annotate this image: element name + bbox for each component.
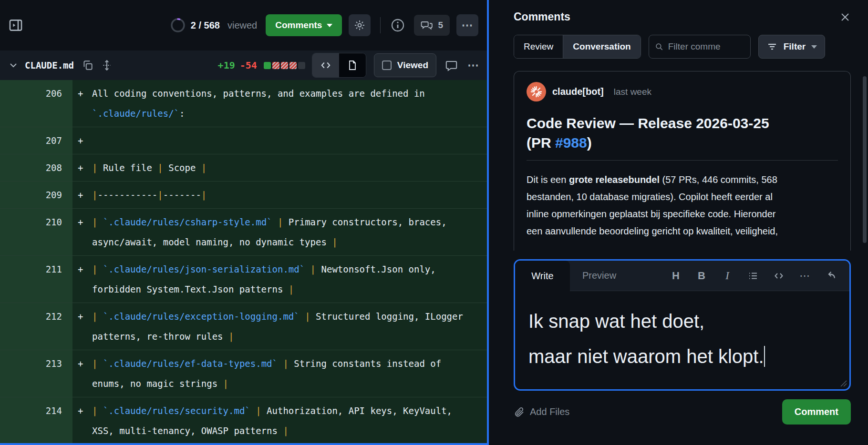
file-name[interactable]: CLAUDE.md [25, 60, 74, 71]
diff-line[interactable]: 214+| `.claude/rules/security.md` | Auth… [0, 397, 487, 443]
comments-panel-header: Comments [514, 0, 851, 23]
diff-line[interactable]: 208+| Rule file | Scope | [0, 154, 487, 181]
diff-line[interactable]: 212+| `.claude/rules/exception-logging.m… [0, 303, 487, 350]
copy-path-button[interactable] [82, 59, 94, 71]
diff-line[interactable]: 210+| `.claude/rules/csharp-style.md` | … [0, 208, 487, 255]
line-number[interactable]: 206 [0, 80, 72, 127]
line-number[interactable]: 208 [0, 154, 72, 181]
comment-thread-card: claude[bot] last week Code Review — Rele… [514, 71, 851, 251]
text-cursor [764, 346, 765, 367]
viewed-toggle-button[interactable]: Viewed [374, 53, 436, 77]
comment-icon [445, 59, 458, 72]
comment-editor: Write Preview H B I ⋯ [514, 259, 851, 391]
close-panel-button[interactable] [839, 11, 851, 23]
diff-line[interactable]: 207+ [0, 127, 487, 154]
toolbar-divider [380, 17, 381, 33]
code-icon[interactable] [769, 266, 788, 285]
diff-line[interactable]: 213+| `.claude/rules/ef-data-types.md` |… [0, 350, 487, 397]
comment-textarea[interactable]: Ik snap wat het doet, maar niet waarom h… [515, 291, 849, 389]
comments-button-label: Comments [275, 20, 322, 30]
line-number[interactable]: 212 [0, 303, 72, 350]
comment-body: Dit is een grote releasebundel (57 PRs, … [527, 171, 838, 240]
move-icon [101, 59, 113, 71]
line-number[interactable]: 209 [0, 182, 72, 208]
comment-author[interactable]: claude[bot] [552, 86, 604, 97]
comments-controls: Review Conversation Filter [514, 35, 851, 59]
tab-write[interactable]: Write [515, 261, 570, 291]
gear-icon [353, 19, 366, 31]
bold-icon[interactable]: B [692, 266, 711, 285]
saved-replies-icon[interactable] [821, 266, 840, 285]
comment-heading-line2: (PR #988) [527, 133, 838, 153]
diff-line-text: All coding conventions, patterns, and ex… [92, 80, 465, 127]
deletions-count: -54 [240, 60, 257, 71]
search-icon [655, 41, 663, 52]
italic-icon[interactable]: I [718, 266, 737, 285]
avatar[interactable] [527, 82, 546, 101]
diff-block-neutral [298, 62, 305, 69]
diff-add-marker: + [72, 182, 92, 208]
filter-button[interactable]: Filter [758, 35, 825, 59]
diff-line-text: | `.claude/rules/json-serialization.md` … [92, 256, 465, 303]
line-number[interactable]: 214 [0, 397, 72, 443]
comment-body-line: bestanden, 10 database migraties). Copil… [527, 188, 838, 205]
diff-add-marker: + [72, 80, 92, 127]
tab-preview[interactable]: Preview [570, 261, 629, 291]
diff-content[interactable]: 206+All coding conventions, patterns, an… [0, 80, 487, 443]
heading-icon[interactable]: H [666, 266, 685, 285]
collapse-file-button[interactable] [8, 60, 19, 71]
diff-block-deleted [289, 62, 297, 69]
progress-ring-icon [170, 17, 186, 33]
diff-block-deleted [272, 62, 279, 69]
filter-lines-icon [766, 41, 778, 52]
diff-line-text: | `.claude/rules/exception-logging.md` |… [92, 303, 465, 350]
comment-heading: Code Review — Release 2026-03-25 (PR #98… [527, 114, 838, 161]
toolbar-overflow-button[interactable]: ⋯ [456, 14, 478, 36]
panel-scrollbar[interactable] [863, 76, 867, 243]
unordered-list-icon[interactable] [744, 266, 763, 285]
additions-count: +19 [218, 60, 235, 71]
settings-button[interactable] [349, 14, 371, 36]
conversations-count-button[interactable]: 5 [414, 15, 450, 36]
diff-add-marker: + [72, 303, 92, 350]
chevron-down-icon [327, 24, 332, 27]
draft-line2: maar niet waarom het klopt. [528, 346, 764, 367]
diff-line[interactable]: 206+All coding conventions, patterns, an… [0, 80, 487, 127]
comment-heading-line1: Code Review — Release 2026-03-25 [527, 114, 838, 133]
drag-handle[interactable] [101, 59, 113, 71]
diff-add-marker: + [72, 350, 92, 397]
viewed-progress: 2 / 568 viewed [170, 17, 257, 33]
line-number[interactable]: 213 [0, 350, 72, 397]
viewed-label: viewed [227, 20, 257, 31]
comments-dropdown-button[interactable]: Comments [266, 14, 342, 36]
tab-conversation[interactable]: Conversation [563, 35, 640, 58]
more-options-icon[interactable]: ⋯ [795, 266, 814, 285]
add-files-button[interactable]: Add Files [514, 406, 569, 418]
comment-filter-search[interactable] [649, 35, 751, 59]
rich-diff-button[interactable] [339, 53, 366, 77]
tab-review[interactable]: Review [514, 35, 563, 58]
diff-stats: +19 -54 [218, 60, 305, 71]
info-button[interactable] [390, 18, 405, 33]
source-view-button[interactable] [312, 53, 339, 77]
resize-handle[interactable] [840, 380, 847, 387]
diff-line[interactable]: 211+| `.claude/rules/json-serialization.… [0, 255, 487, 303]
search-input[interactable] [668, 41, 744, 52]
diff-line-text: | `.claude/rules/security.md` | Authoriz… [92, 397, 465, 443]
file-overflow-button[interactable]: ⋯ [467, 59, 479, 72]
pr-toolbar: 2 / 568 viewed Comments 5 [0, 0, 487, 51]
submit-comment-button[interactable]: Comment [782, 399, 851, 425]
file-comment-button[interactable] [445, 59, 458, 72]
viewed-button-label: Viewed [397, 60, 428, 71]
line-number[interactable]: 211 [0, 256, 72, 303]
code-icon [320, 59, 332, 71]
pr-link[interactable]: #988 [555, 135, 587, 151]
diff-line[interactable]: 209+|-----------|-------| [0, 181, 487, 208]
claude-starburst-icon [530, 85, 543, 98]
viewed-checkbox[interactable] [382, 61, 392, 70]
sidebar-expand-icon[interactable] [8, 17, 24, 33]
line-number[interactable]: 210 [0, 209, 72, 255]
line-number[interactable]: 207 [0, 127, 72, 154]
comments-tabs: Review Conversation [514, 35, 641, 59]
comment-body-line: inline opmerkingen geplaatst bij specifi… [527, 205, 838, 222]
